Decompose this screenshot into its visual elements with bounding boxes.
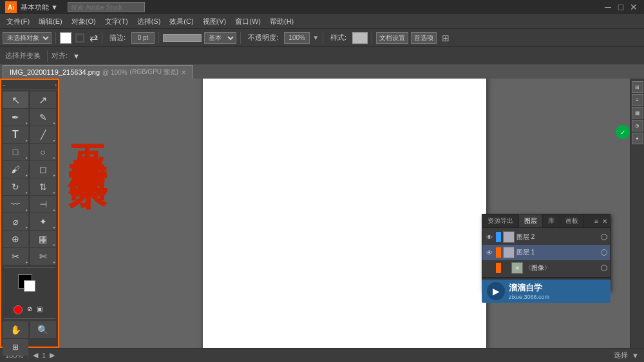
menu-effect[interactable]: 效果(C) — [166, 15, 197, 28]
layer-image-target[interactable] — [601, 265, 607, 271]
right-panel-btn-2[interactable]: ≡ — [632, 94, 643, 106]
layer-image-color — [496, 263, 501, 273]
slice-tool-button[interactable]: ✂ ▸ — [3, 248, 28, 265]
paint-tool-button[interactable]: 🖌 ▸ — [3, 161, 28, 178]
gradient-mode-icon[interactable]: ▣ — [37, 305, 46, 314]
tools-header-arrow[interactable]: › — [55, 82, 57, 88]
right-panel-btn-5[interactable]: ✦ — [632, 133, 643, 144]
layer-2-visibility-icon[interactable]: 👁 — [485, 233, 494, 242]
right-panel-btn-4[interactable]: ⊕ — [632, 120, 643, 131]
stroke-style-swatch[interactable] — [163, 34, 202, 42]
color-swatches[interactable] — [18, 274, 41, 298]
layers-tab-export[interactable]: 资源导出 — [482, 214, 519, 227]
layers-tab-artboards[interactable]: 画板 — [560, 214, 584, 227]
style-swatch[interactable] — [352, 32, 368, 44]
scissors-tool-button[interactable]: ✄ ▸ — [30, 248, 56, 265]
layer-1-target[interactable] — [601, 249, 607, 256]
layers-body: 👁 图层 2 👁 图层 1 👁 — [482, 228, 610, 277]
arrange-dropdown[interactable]: ▼ — [73, 52, 80, 60]
search-input[interactable] — [68, 2, 145, 12]
panel-menu-button[interactable]: ≡ — [593, 218, 600, 225]
pen-arrow: ▸ — [26, 120, 28, 125]
mesh-tool-button[interactable]: ⊕ — [3, 231, 28, 247]
slice-icon: ✂ — [12, 251, 19, 262]
rect-tool-button[interactable]: □ ▸ — [3, 144, 28, 160]
fill-swatch[interactable] — [60, 32, 71, 44]
blend-tool-button[interactable]: ⌀ ▸ — [3, 213, 28, 230]
menu-object[interactable]: 对象(O) — [68, 15, 100, 28]
arrange-icon[interactable]: ⊞ — [442, 33, 450, 43]
pencil-tool-button[interactable]: ✎ ▸ — [30, 109, 56, 126]
eraser-icon: ◻ — [39, 164, 47, 175]
reflect-icon: ⇅ — [39, 182, 47, 192]
ellipse-tool-button[interactable]: ○ ▸ — [30, 144, 56, 160]
close-button[interactable]: ✕ — [629, 2, 639, 12]
status-arrow[interactable]: ▼ — [632, 352, 639, 359]
opacity-dropdown-icon[interactable]: ▼ — [312, 34, 319, 41]
selection-tool-button[interactable]: ↖ — [3, 91, 28, 108]
color-mode-icon[interactable] — [14, 305, 23, 314]
zoom-tool-button[interactable]: 🔍 — [30, 321, 56, 338]
rotate-arrow: ▸ — [26, 190, 28, 195]
opacity-input[interactable] — [284, 32, 310, 44]
right-panel-btn-1[interactable]: ⊞ — [632, 81, 643, 93]
artboard-tool-button[interactable]: ⊞ — [3, 339, 28, 356]
image-thumb-icon: ▣ — [515, 265, 520, 271]
menu-help[interactable]: 帮助(H) — [266, 15, 298, 28]
float-logo-icon: ▶ — [487, 282, 505, 300]
layer-row-1[interactable]: 👁 图层 1 — [482, 245, 610, 260]
eyedropper-tool-button[interactable]: ✦ ▸ — [30, 213, 56, 230]
layer-1-visibility-icon[interactable]: 👁 — [485, 248, 494, 257]
layer-1-color — [496, 247, 501, 258]
tab-close-button[interactable]: ✕ — [181, 69, 186, 76]
preset-select-2[interactable]: 基本 — [204, 32, 236, 44]
layers-panel-controls: ≡ ✕ — [592, 214, 610, 227]
stroke-input[interactable] — [131, 32, 155, 44]
rotate-tool-button[interactable]: ↻ ▸ — [3, 178, 28, 195]
float-panel[interactable]: ▶ 溜溜自学 zixue.3066.com — [482, 280, 611, 303]
warp-tool-button[interactable]: 〰 ▸ — [3, 196, 28, 213]
stroke-color-swatch[interactable] — [24, 280, 35, 292]
tools-divider2 — [4, 318, 55, 319]
doc-setup-button[interactable]: 文档设置 — [376, 32, 408, 44]
menu-view[interactable]: 视图(V) — [199, 15, 231, 28]
menu-type[interactable]: 文字(T) — [101, 15, 132, 28]
panel-close-button[interactable]: ✕ — [601, 218, 609, 225]
menu-file[interactable]: 文件(F) — [3, 15, 33, 28]
direct-selection-tool-button[interactable]: ↗ — [30, 91, 56, 108]
divider3 — [158, 32, 159, 44]
menu-select[interactable]: 选择(S) — [133, 15, 165, 28]
line-tool-button[interactable]: ╱ ▸ — [30, 126, 56, 143]
right-panel-btn-3[interactable]: ▦ — [632, 107, 643, 119]
eraser-tool-button[interactable]: ◻ ▸ — [30, 161, 56, 178]
color-mode-buttons: ⊘ ▣ — [14, 305, 46, 314]
preset-select[interactable]: 未选择对象 — [3, 32, 52, 44]
width-tool-button[interactable]: ⊣ ▸ — [30, 196, 56, 213]
type-tool-button[interactable]: T ▸ — [3, 126, 28, 143]
reflect-tool-button[interactable]: ⇅ ▸ — [30, 178, 56, 195]
maximize-button[interactable]: □ — [616, 2, 626, 12]
graph-tool-button[interactable]: ▦ ▸ — [30, 231, 56, 247]
direct-selection-icon: ↗ — [39, 94, 47, 106]
prefs-button[interactable]: 首选项 — [411, 32, 437, 44]
ellipse-icon: ○ — [40, 147, 45, 157]
stroke-swatch[interactable] — [75, 33, 84, 43]
menu-window[interactable]: 窗口(W) — [231, 15, 265, 28]
layers-tab-layers[interactable]: 图层 — [519, 214, 543, 227]
pen-tool-button[interactable]: ✒ ▸ — [3, 109, 28, 126]
hand-tool-button[interactable]: ✋ — [3, 321, 28, 338]
layer-row-2[interactable]: 👁 图层 2 — [482, 229, 610, 245]
minimize-button[interactable]: ─ — [603, 2, 613, 12]
document-tab[interactable]: IMG_20200119_215634.png @ 100% (RGB/GPU … — [3, 65, 193, 79]
green-circle-icon[interactable]: ✓ — [616, 125, 630, 139]
divider4 — [240, 32, 241, 44]
layers-tab-library[interactable]: 库 — [543, 214, 560, 227]
tab-colormode: (RGB/GPU 预览) — [130, 68, 179, 77]
fill-color-swatch[interactable] — [18, 274, 32, 289]
swap-colors-icon[interactable]: ⇄ — [90, 32, 98, 44]
none-mode-icon[interactable]: ⊘ — [25, 305, 34, 314]
layer-2-target[interactable] — [601, 234, 607, 240]
layer-row-image[interactable]: 👁 ▣ 〈图像〉 — [482, 260, 610, 276]
tools-header: ·· › — [1, 80, 58, 90]
menu-edit[interactable]: 编辑(E) — [35, 15, 66, 28]
